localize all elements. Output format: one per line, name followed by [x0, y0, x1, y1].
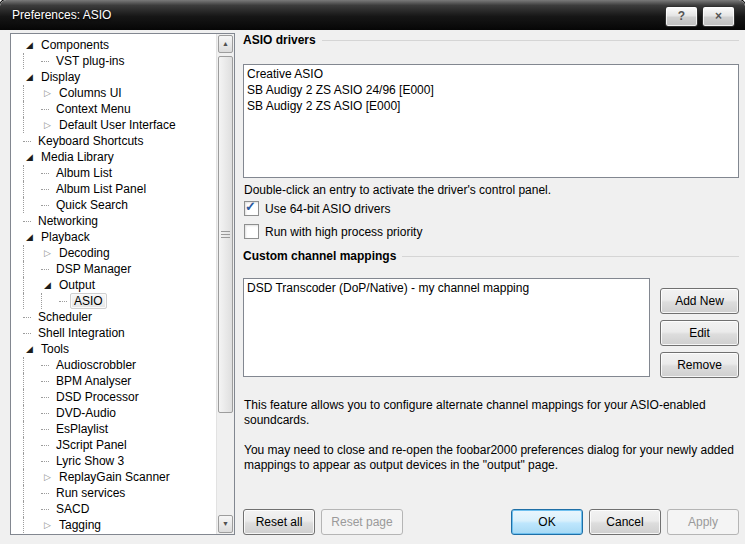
tree-stub-line	[41, 429, 49, 430]
tree-stub-line	[41, 397, 49, 398]
collapsed-node-icon[interactable]: ▷	[41, 117, 54, 133]
window-title: Preferences: ASIO	[12, 8, 111, 22]
use-64bit-label: Use 64-bit ASIO drivers	[265, 202, 390, 216]
collapsed-node-icon[interactable]: ▷	[41, 85, 54, 101]
expanded-node-icon[interactable]: ◢	[23, 341, 36, 357]
scroll-up-button[interactable]: ▲	[218, 35, 233, 53]
tree-item-quick-search[interactable]: Quick Search	[11, 197, 216, 213]
tree-item-shell-integration[interactable]: Shell Integration	[11, 325, 216, 341]
add-new-button-label: Add New	[675, 294, 724, 308]
tree-item-jscript-panel[interactable]: JScript Panel	[11, 437, 216, 453]
tree-item-album-list[interactable]: Album List	[11, 165, 216, 181]
add-new-button[interactable]: Add New	[660, 288, 739, 314]
tree-item-bpm-analyser[interactable]: BPM Analyser	[11, 373, 216, 389]
tree-item-tagging[interactable]: ▷Tagging	[11, 517, 216, 533]
channel-mapping-list[interactable]: DSD Transcoder (DoP/Native) - my channel…	[243, 278, 650, 377]
tree-indent	[25, 261, 41, 277]
tree-item-label: Scheduler	[34, 309, 96, 325]
high-priority-checkbox-row[interactable]: ✓ Run with high process priority	[244, 224, 422, 239]
tree-item-tools[interactable]: ◢Tools	[11, 341, 216, 357]
driver-list-item[interactable]: SB Audigy 2 ZS ASIO [E000]	[244, 98, 738, 114]
close-button[interactable]: ×	[702, 6, 735, 27]
tree-indent	[25, 389, 41, 405]
expanded-node-icon[interactable]: ◢	[23, 229, 36, 245]
ok-button[interactable]: OK	[511, 509, 583, 535]
tree-item-dsd-processor[interactable]: DSD Processor	[11, 389, 216, 405]
dialog-body: ◢ComponentsVST plug-ins◢Display▷Columns …	[4, 30, 741, 539]
tree-item-run-services[interactable]: Run services	[11, 485, 216, 501]
reset-page-button[interactable]: Reset page	[321, 509, 403, 535]
heading-divider	[322, 40, 739, 41]
mapping-list-item[interactable]: DSD Transcoder (DoP/Native) - my channel…	[244, 280, 649, 296]
tree-item-display[interactable]: ◢Display	[11, 69, 216, 85]
tree-item-label: Quick Search	[52, 197, 132, 213]
tree-stub-line	[41, 413, 49, 414]
tree-item-dvd-audio[interactable]: DVD-Audio	[11, 405, 216, 421]
use-64bit-checkbox[interactable]: ✓	[244, 201, 259, 216]
tree-stub-line	[23, 221, 31, 222]
tree-indent	[25, 277, 41, 293]
scrollbar-thumb[interactable]	[218, 56, 233, 413]
apply-button[interactable]: Apply	[667, 509, 739, 535]
expanded-node-icon[interactable]: ◢	[41, 277, 54, 293]
tree-item-dsp-manager[interactable]: DSP Manager	[11, 261, 216, 277]
edit-button[interactable]: Edit	[660, 320, 739, 346]
help-button[interactable]: ?	[665, 6, 698, 27]
driver-list-item[interactable]: SB Audigy 2 ZS ASIO 24/96 [E000]	[244, 82, 738, 98]
tree-indent	[43, 293, 59, 309]
tree-item-playback[interactable]: ◢Playback	[11, 229, 216, 245]
tree-item-label: Album List	[52, 165, 116, 181]
scrollbar-grip-icon	[221, 231, 230, 239]
cancel-button[interactable]: Cancel	[589, 509, 661, 535]
tree-item-lyric-show-3[interactable]: Lyric Show 3	[11, 453, 216, 469]
tree-item-label: Album List Panel	[52, 181, 150, 197]
tree-indent	[25, 485, 41, 501]
collapsed-node-icon[interactable]: ▷	[41, 469, 54, 485]
tree-scrollbar[interactable]: ▲ ▼	[216, 34, 234, 534]
high-priority-checkbox[interactable]: ✓	[244, 224, 259, 239]
title-bar[interactable]: Preferences: ASIO ? ×	[0, 0, 745, 30]
tree-item-decoding[interactable]: ▷Decoding	[11, 245, 216, 261]
use-64bit-checkbox-row[interactable]: ✓ Use 64-bit ASIO drivers	[244, 201, 390, 216]
tree-indent	[25, 85, 41, 101]
tree-item-columns-ui[interactable]: ▷Columns UI	[11, 85, 216, 101]
scroll-down-button[interactable]: ▼	[218, 515, 233, 533]
tree-item-default-user-interface[interactable]: ▷Default User Interface	[11, 117, 216, 133]
remove-button[interactable]: Remove	[660, 352, 739, 378]
tree-stub-line	[41, 269, 49, 270]
tree-item-replaygain-scanner[interactable]: ▷ReplayGain Scanner	[11, 469, 216, 485]
tree-item-label: Default User Interface	[55, 117, 180, 133]
tree-list: ◢ComponentsVST plug-ins◢Display▷Columns …	[11, 34, 216, 534]
tree-stub-line	[41, 61, 49, 62]
asio-driver-list[interactable]: Creative ASIOSB Audigy 2 ZS ASIO 24/96 […	[243, 64, 739, 178]
tree-indent	[25, 165, 41, 181]
tree-item-networking[interactable]: Networking	[11, 213, 216, 229]
tree-item-media-library[interactable]: ◢Media Library	[11, 149, 216, 165]
tree-indent	[25, 501, 41, 517]
tree-item-context-menu[interactable]: Context Menu	[11, 101, 216, 117]
tree-item-keyboard-shortcuts[interactable]: Keyboard Shortcuts	[11, 133, 216, 149]
tree-item-label: DVD-Audio	[52, 405, 120, 421]
tree-item-audioscrobbler[interactable]: Audioscrobbler	[11, 357, 216, 373]
edit-button-label: Edit	[689, 326, 710, 340]
tree-item-sacd[interactable]: SACD	[11, 501, 216, 517]
tree-item-label: Lyric Show 3	[52, 453, 128, 469]
expanded-node-icon[interactable]: ◢	[23, 37, 36, 53]
ok-label: OK	[538, 515, 555, 529]
tree-item-output[interactable]: ◢Output	[11, 277, 216, 293]
tree-stub-line	[41, 493, 49, 494]
tree-item-scheduler[interactable]: Scheduler	[11, 309, 216, 325]
expanded-node-icon[interactable]: ◢	[23, 149, 36, 165]
tree-item-label: Columns UI	[55, 85, 126, 101]
tree-item-label: DSP Manager	[52, 261, 135, 277]
collapsed-node-icon[interactable]: ▷	[41, 517, 54, 533]
tree-item-components[interactable]: ◢Components	[11, 37, 216, 53]
tree-item-esplaylist[interactable]: EsPlaylist	[11, 421, 216, 437]
driver-list-item[interactable]: Creative ASIO	[244, 66, 738, 82]
collapsed-node-icon[interactable]: ▷	[41, 245, 54, 261]
tree-item-asio[interactable]: ASIO	[11, 293, 216, 309]
tree-item-vst-plug-ins[interactable]: VST plug-ins	[11, 53, 216, 69]
tree-item-album-list-panel[interactable]: Album List Panel	[11, 181, 216, 197]
expanded-node-icon[interactable]: ◢	[23, 69, 36, 85]
reset-all-button[interactable]: Reset all	[243, 509, 315, 535]
